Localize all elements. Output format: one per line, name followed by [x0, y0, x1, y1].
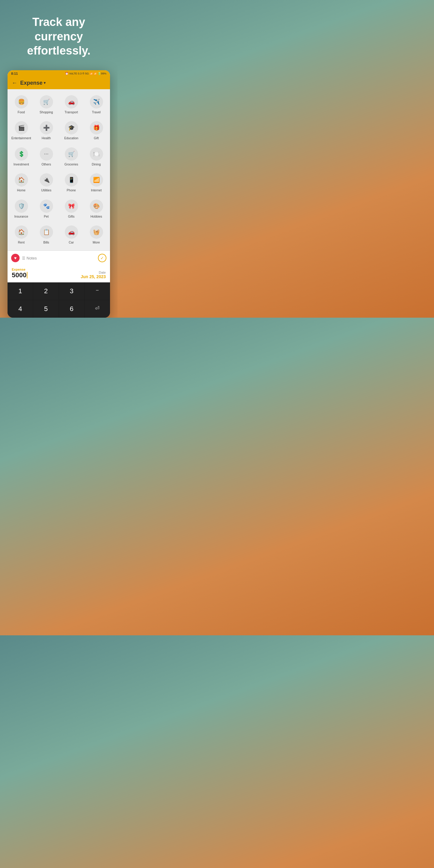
category-investment[interactable]: 💲Investment: [9, 144, 34, 170]
phone-label: Phone: [67, 188, 76, 192]
numpad-key-2-1[interactable]: 2: [33, 282, 59, 300]
numpad-key-5-5[interactable]: 5: [33, 300, 59, 318]
gift-icon: 🎁: [90, 121, 103, 134]
back-button[interactable]: ←: [12, 80, 17, 86]
groceries-label: Groceries: [64, 162, 79, 166]
screen-title: Expense: [20, 80, 42, 86]
hero-text: Track any currency effortlessly.: [0, 9, 118, 70]
screen-title-row: Expense ▾: [20, 80, 45, 86]
dining-label: Dining: [92, 162, 101, 166]
gifts-icon: 🎀: [65, 199, 78, 213]
status-bar: 8:11 ⏰ VoLTE 0.3 ® 5G 📶 📶 🔋⏰ VoLTE 5G 📶 …: [7, 70, 110, 77]
numpad: 123−456⏎: [7, 282, 110, 318]
bills-icon: 📋: [40, 225, 53, 239]
category-insurance[interactable]: 🛡️Insurance: [9, 196, 34, 222]
category-hobbies[interactable]: 🎨Hobbies: [84, 196, 109, 222]
category-health[interactable]: ➕Health: [34, 118, 59, 144]
numpad-key-1-0[interactable]: 1: [7, 282, 33, 300]
internet-icon: 📶: [90, 173, 103, 187]
entertainment-icon: 🎬: [15, 121, 28, 134]
investment-icon: 💲: [15, 147, 28, 161]
category-more[interactable]: 🧺More: [84, 222, 109, 248]
numpad-key-6-6[interactable]: 6: [59, 300, 84, 318]
date-value[interactable]: Jun 25, 2023: [81, 274, 106, 279]
travel-label: Travel: [92, 110, 101, 114]
more-label: More: [93, 241, 100, 244]
category-home[interactable]: 🏠Home: [9, 170, 34, 196]
insurance-label: Insurance: [14, 215, 28, 218]
expense-block: Expense 5000: [12, 268, 27, 279]
notes-avatar-icon: ♥: [11, 254, 20, 262]
amount-row: Expense 5000 Date Jun 25, 2023: [7, 265, 110, 282]
hobbies-icon: 🎨: [90, 199, 103, 213]
notes-bar: ♥ ☰Notes ✓: [7, 250, 110, 265]
category-groceries[interactable]: 🛒Groceries: [59, 144, 84, 170]
rent-icon: 🏠: [15, 225, 28, 239]
pet-icon: 🐾: [40, 199, 53, 213]
more-icon: 🧺: [90, 225, 103, 239]
app-bar: ← Expense ▾: [7, 77, 110, 89]
category-dining[interactable]: 🍽️Dining: [84, 144, 109, 170]
category-entertainment[interactable]: 🎬Entertainment: [9, 118, 34, 144]
category-utilities[interactable]: 🔌Utilities: [34, 170, 59, 196]
dropdown-icon[interactable]: ▾: [44, 81, 45, 85]
shopping-icon: 🛒: [40, 95, 53, 108]
education-label: Education: [64, 136, 79, 140]
category-transport[interactable]: 🚗Transport: [59, 92, 84, 118]
travel-icon: ✈️: [90, 95, 103, 108]
gift-label: Gift: [94, 136, 98, 140]
home-label: Home: [17, 188, 25, 192]
entertainment-label: Entertainment: [11, 136, 31, 140]
groceries-icon: 🛒: [65, 147, 78, 161]
notes-input[interactable]: ☰Notes: [22, 256, 96, 260]
category-gifts[interactable]: 🎀Gifts: [59, 196, 84, 222]
others-label: Others: [41, 162, 51, 166]
date-label: Date: [81, 271, 106, 274]
category-education[interactable]: 🎓Education: [59, 118, 84, 144]
utilities-icon: 🔌: [40, 173, 53, 187]
category-rent[interactable]: 🏠Rent: [9, 222, 34, 248]
date-block: Date Jun 25, 2023: [81, 271, 106, 279]
category-gift[interactable]: 🎁Gift: [84, 118, 109, 144]
utilities-label: Utilities: [41, 188, 52, 192]
pet-label: Pet: [44, 215, 49, 218]
category-others[interactable]: ···Others: [34, 144, 59, 170]
food-label: Food: [18, 110, 25, 114]
insurance-icon: 🛡️: [15, 199, 28, 213]
numpad-key-3-2[interactable]: 3: [59, 282, 84, 300]
transport-icon: 🚗: [65, 95, 78, 108]
numpad-key-x-7[interactable]: ⏎: [85, 300, 110, 318]
investment-label: Investment: [13, 162, 29, 166]
numpad-key-4-4[interactable]: 4: [7, 300, 33, 318]
category-car[interactable]: 🚗Car: [59, 222, 84, 248]
category-grid: 🍔Food🛒Shopping🚗Transport✈️Travel🎬Enterta…: [7, 89, 110, 251]
health-label: Health: [41, 136, 51, 140]
others-icon: ···: [40, 147, 53, 161]
car-icon: 🚗: [65, 225, 78, 239]
category-shopping[interactable]: 🛒Shopping: [34, 92, 59, 118]
numpad-key-x-3[interactable]: −: [85, 282, 110, 300]
hobbies-label: Hobbies: [90, 215, 102, 218]
category-phone[interactable]: 📱Phone: [59, 170, 84, 196]
status-icons: ⏰ VoLTE 0.3 ® 5G 📶 📶 🔋⏰ VoLTE 5G 📶 🔋99%9…: [65, 72, 106, 75]
status-time: 8:11: [11, 72, 18, 75]
health-icon: ➕: [40, 121, 53, 134]
category-bills[interactable]: 📋Bills: [34, 222, 59, 248]
phone-icon: 📱: [65, 173, 78, 187]
expense-label: Expense: [12, 268, 27, 271]
expense-amount[interactable]: 5000: [12, 271, 27, 279]
category-pet[interactable]: 🐾Pet: [34, 196, 59, 222]
home-icon: 🏠: [15, 173, 28, 187]
category-internet[interactable]: 📶Internet: [84, 170, 109, 196]
rent-label: Rent: [18, 241, 24, 244]
gifts-label: Gifts: [68, 215, 75, 218]
category-food[interactable]: 🍔Food: [9, 92, 34, 118]
bills-label: Bills: [43, 241, 49, 244]
car-label: Car: [69, 241, 74, 244]
food-icon: 🍔: [15, 95, 28, 108]
category-travel[interactable]: ✈️Travel: [84, 92, 109, 118]
confirm-button[interactable]: ✓: [98, 254, 106, 262]
transport-label: Transport: [64, 110, 78, 114]
dining-icon: 🍽️: [90, 147, 103, 161]
internet-label: Internet: [91, 188, 102, 192]
